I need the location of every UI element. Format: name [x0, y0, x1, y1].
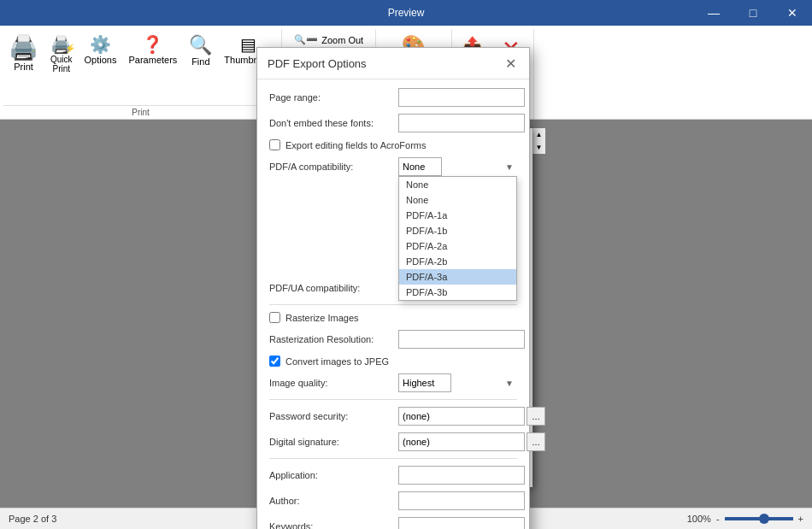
application-label: Application: — [269, 470, 393, 480]
digital-sig-row: Digital signature: … — [269, 432, 517, 451]
convert-jpeg-label: Convert images to JPEG — [285, 356, 389, 367]
quick-print-button[interactable]: 🖨️ ⚡ Quick Print — [45, 32, 78, 77]
raster-res-row: Rasterization Resolution: — [269, 330, 517, 349]
export-fields-label: Export editing fields to AcroForms — [285, 140, 426, 150]
export-fields-row: Export editing fields to AcroForms — [269, 139, 517, 150]
find-label: Find — [191, 56, 209, 67]
scroll-down-button[interactable]: ▼ — [533, 141, 545, 154]
author-label: Author: — [269, 496, 393, 506]
find-icon: 🔍 — [189, 36, 212, 55]
pdfua-compat-label: PDF/UA compatibility: — [269, 283, 393, 293]
page-range-label: Page range: — [269, 92, 393, 103]
page-range-input[interactable] — [398, 88, 525, 107]
pdfa-option-3a[interactable]: PDF/A-3a — [399, 269, 516, 285]
window-title: Preview — [388, 7, 425, 19]
options-icon: ⚙️ — [90, 36, 111, 53]
image-quality-row: Image quality: Highest ▼ — [269, 373, 517, 392]
pdfa-dropdown-list: None None PDF/A-1a PDF/A-1b PDF/A-2a PDF… — [398, 176, 517, 301]
options-button[interactable]: ⚙️ Options — [79, 32, 122, 68]
page-info: Page 2 of 3 — [9, 514, 56, 524]
image-quality-select[interactable]: Highest — [398, 373, 451, 392]
window-controls: ― □ ✕ — [694, 0, 812, 26]
pdfa-option-none1[interactable]: None — [399, 177, 516, 192]
digital-sig-input[interactable] — [398, 432, 525, 451]
dialog-body: Page range: Don't embed these fonts: Exp… — [257, 79, 529, 529]
scroll-up-button[interactable]: ▲ — [533, 128, 545, 141]
application-row: Application: — [269, 466, 517, 485]
raster-res-input[interactable] — [398, 330, 525, 349]
convert-jpeg-row: Convert images to JPEG — [269, 356, 517, 367]
password-label: Password security: — [269, 411, 393, 421]
keywords-input[interactable] — [398, 517, 525, 529]
image-quality-wrapper: Highest ▼ — [398, 373, 517, 392]
print-group-label: Print — [3, 105, 278, 117]
rasterize-label: Rasterize Images — [285, 313, 359, 323]
dialog-header: PDF Export Options ✕ — [257, 48, 529, 79]
find-button[interactable]: 🔍 Find — [184, 32, 217, 70]
password-row: Password security: … — [269, 407, 517, 426]
export-fields-checkbox[interactable] — [269, 139, 280, 150]
quick-print-icon: 🖨️ ⚡ — [50, 36, 72, 53]
dont-embed-row: Don't embed these fonts: — [269, 114, 517, 132]
print-icon: 🖨️ — [9, 36, 38, 60]
pdfa-compat-row: PDF/A compatibility: None ▼ None None PD… — [269, 157, 517, 176]
zoom-thumb[interactable] — [759, 514, 769, 524]
window-close-button[interactable]: ✕ — [773, 0, 812, 26]
zoom-plus-button[interactable]: + — [798, 514, 803, 524]
pdfa-compat-select[interactable]: None — [398, 157, 442, 176]
pdf-export-dialog: PDF Export Options ✕ Page range: Don't e… — [256, 47, 530, 529]
password-input-group: … — [398, 407, 545, 426]
pdfa-select-arrow-icon: ▼ — [505, 162, 514, 172]
section-divider1 — [269, 304, 517, 305]
zoom-minus-button[interactable]: - — [716, 514, 720, 524]
pdfa-option-1b[interactable]: PDF/A-1b — [399, 223, 516, 238]
pdfa-option-none2[interactable]: None — [399, 192, 516, 208]
print-label: Print — [14, 62, 33, 72]
author-row: Author: — [269, 491, 517, 510]
print-group-content: 🖨️ Print 🖨️ ⚡ Quick Print ⚙️ Options ❓ P… — [3, 32, 278, 103]
zoom-controls: 100% - + — [687, 514, 803, 524]
dialog-close-button[interactable]: ✕ — [502, 55, 519, 72]
pdfa-option-2b[interactable]: PDF/A-2b — [399, 254, 516, 269]
print-button[interactable]: 🖨️ Print — [3, 32, 44, 75]
pdfa-select-wrapper: None ▼ None None PDF/A-1a PDF/A-1b PDF/A… — [398, 157, 517, 176]
raster-res-label: Rasterization Resolution: — [269, 334, 393, 344]
digital-sig-label: Digital signature: — [269, 437, 393, 447]
parameters-label: Parameters — [128, 55, 177, 65]
password-input[interactable] — [398, 407, 525, 426]
section-divider3 — [269, 458, 517, 459]
dont-embed-input[interactable] — [398, 114, 525, 132]
zoom-slider[interactable] — [725, 517, 793, 520]
thumbnails-icon: ▤ — [240, 36, 256, 53]
rasterize-checkbox[interactable] — [269, 312, 280, 323]
dialog-title: PDF Export Options — [268, 57, 367, 70]
digital-sig-browse-button[interactable]: … — [527, 432, 545, 451]
parameters-icon: ❓ — [142, 36, 163, 53]
maximize-button[interactable]: □ — [733, 0, 773, 26]
minimize-button[interactable]: ― — [694, 0, 733, 26]
section-divider2 — [269, 399, 517, 400]
pdfa-option-2a[interactable]: PDF/A-2a — [399, 238, 516, 254]
author-input[interactable] — [398, 491, 525, 510]
digital-sig-input-group: … — [398, 432, 545, 451]
side-scrollbar[interactable]: ▲ ▼ — [533, 128, 545, 154]
keywords-label: Keywords: — [269, 521, 393, 529]
dont-embed-label: Don't embed these fonts: — [269, 118, 393, 128]
keywords-row: Keywords: — [269, 517, 517, 529]
password-browse-button[interactable]: … — [527, 407, 545, 426]
pdfa-option-1a[interactable]: PDF/A-1a — [399, 208, 516, 223]
ribbon-print-section: 🖨️ Print 🖨️ ⚡ Quick Print ⚙️ Options ❓ P… — [0, 29, 282, 119]
application-input[interactable] — [398, 466, 525, 485]
parameters-button[interactable]: ❓ Parameters — [123, 32, 182, 68]
pdfa-compat-label: PDF/A compatibility: — [269, 162, 393, 172]
quality-select-arrow-icon: ▼ — [505, 379, 514, 388]
convert-jpeg-checkbox[interactable] — [269, 356, 280, 367]
zoom-level-text: 100% — [687, 514, 711, 524]
pdfa-option-3b[interactable]: PDF/A-3b — [399, 285, 516, 300]
zoom-out-button[interactable]: 🔍➖ Zoom Out — [289, 32, 368, 47]
options-label: Options — [85, 55, 117, 65]
image-quality-label: Image quality: — [269, 378, 393, 388]
zoom-out-icon: 🔍➖ — [294, 34, 318, 45]
title-bar: Preview ― □ ✕ — [0, 0, 812, 26]
quick-print-label: Quick Print — [50, 55, 73, 73]
